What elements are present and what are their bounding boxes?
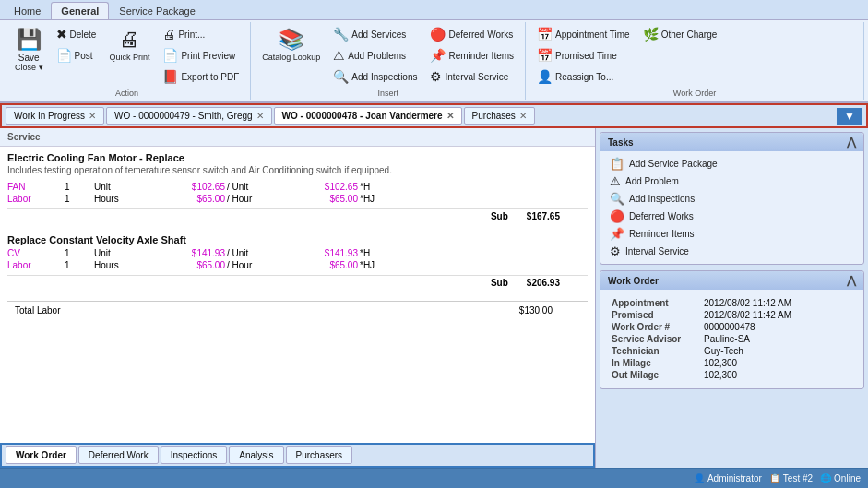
tasks-header-label: Tasks <box>608 137 634 148</box>
doc-tabs-row: Work In Progress ✕ WO - 0000000479 - Smi… <box>0 103 868 128</box>
wo-row-appointment: Appointment 2012/08/02 11:42 AM <box>612 297 852 309</box>
save-icon: 💾 <box>17 28 42 52</box>
bottom-tab-deferred[interactable]: Deferred Work <box>78 446 159 464</box>
uprice-labor1: $65.00 <box>151 194 225 204</box>
total-cv: $141.93 <box>284 248 358 258</box>
wo-value-promised: 2012/08/02 11:42 AM <box>704 310 791 320</box>
subtotal-2-value: $206.93 <box>527 278 560 288</box>
interval-service-button[interactable]: ⚙ Interval Service <box>424 66 519 87</box>
doc-tabs-dropdown-button[interactable]: ▼ <box>837 108 862 125</box>
print-preview-button[interactable]: 📄 Print Preview <box>157 45 244 65</box>
flag-cv: *H <box>360 248 387 258</box>
save-close-button[interactable]: 💾 Save Close ▾ <box>9 24 49 76</box>
quick-print-button[interactable]: 🖨 Quick Print <box>103 24 155 65</box>
task-interval-service[interactable]: ⚙ Interval Service <box>606 243 858 260</box>
wo-row-tech: Technician Guy-Tech <box>612 345 852 357</box>
wo-label-appointment: Appointment <box>612 298 704 308</box>
tab-general[interactable]: General <box>51 2 109 19</box>
reminder-items-button[interactable]: 📌 Reminder Items <box>424 45 519 65</box>
workorder-collapse-button[interactable]: ⋀ <box>847 274 856 287</box>
total-fan: $102.65 <box>284 182 358 192</box>
main-area: Service Electric Cooling Fan Motor - Rep… <box>0 128 868 468</box>
qty-labor1: 1 <box>65 194 92 204</box>
post-icon: 📄 <box>56 48 72 63</box>
doc-tab-purchases[interactable]: Purchases ✕ <box>464 107 535 125</box>
ribbon-tabs: Home General Service Package <box>0 0 868 20</box>
doc-tab-wip[interactable]: Work In Progress ✕ <box>6 107 104 125</box>
deferred-works-button[interactable]: 🔴 Deferred Works <box>424 24 519 44</box>
wo-label-tech: Technician <box>612 346 704 356</box>
service-2-subtotal: Sub $206.93 <box>7 275 588 290</box>
total-labor-row: Total Labor $130.00 <box>7 301 588 319</box>
other-charge-button[interactable]: 🌿 Other Charge <box>637 24 723 44</box>
task-deferred-works[interactable]: 🔴 Deferred Works <box>606 208 858 225</box>
service-header: Service <box>0 128 595 147</box>
bottom-tab-purchasers[interactable]: Purchasers <box>286 446 353 464</box>
flag-labor1: *HJ <box>360 194 387 204</box>
wo-label-promised: Promised <box>612 310 704 320</box>
print-button[interactable]: 🖨 Print... <box>157 24 244 44</box>
part-labor2: Labor <box>7 260 63 270</box>
appointment-icon: 📅 <box>537 27 553 42</box>
per-fan: / Unit <box>227 182 282 192</box>
add-problems-button[interactable]: ⚠ Add Problems <box>327 45 422 65</box>
unit-fan: Unit <box>94 182 149 192</box>
task-add-inspections[interactable]: 🔍 Add Inspections <box>606 190 858 208</box>
add-inspections-button[interactable]: 🔍 Add Inspections <box>327 66 422 87</box>
bottom-tab-inspections[interactable]: Inspections <box>161 446 228 464</box>
wo-label-number: Work Order # <box>612 322 704 332</box>
wo-row-inmilage: In Milage 102,300 <box>612 357 852 369</box>
task-deferred-icon: 🔴 <box>610 209 624 223</box>
wo-value-number: 0000000478 <box>704 322 755 332</box>
task-problem-label: Add Problem <box>625 176 679 186</box>
close-tab-wip[interactable]: ✕ <box>89 111 96 121</box>
delete-button[interactable]: ✖ Delete <box>51 24 102 44</box>
add-services-button[interactable]: 🔧 Add Services <box>327 24 422 44</box>
doc-tab-479[interactable]: WO - 0000000479 - Smith, Gregg ✕ <box>106 107 272 125</box>
service-1-line-2: Labor 1 Hours $65.00 / Hour $65.00 *HJ <box>7 193 588 205</box>
workorder-header-label: Work Order <box>608 276 659 286</box>
tasks-section-content: 📋 Add Service Package ⚠ Add Problem 🔍 Ad… <box>600 151 863 264</box>
close-tab-478[interactable]: ✕ <box>446 111 454 121</box>
ribbon-group-action: 💾 Save Close ▾ ✖ Delete 📄 Post 🖨 Quick P… <box>4 22 251 100</box>
post-button[interactable]: 📄 Post <box>51 45 102 65</box>
export-pdf-button[interactable]: 📕 Export to PDF <box>157 66 244 87</box>
subtotal-1-value: $167.65 <box>527 211 560 221</box>
catalog-lookup-button[interactable]: 📚 Catalog Lookup <box>256 24 326 65</box>
task-inspections-label: Add Inspections <box>629 194 695 204</box>
wo-label-inmilage: In Milage <box>612 358 704 368</box>
wo-value-advisor: Pauline-SA <box>704 334 750 344</box>
tasks-collapse-button[interactable]: ⋀ <box>847 136 856 149</box>
task-service-package-label: Add Service Package <box>629 159 718 169</box>
close-tab-479[interactable]: ✕ <box>256 111 264 121</box>
print-preview-icon: 📄 <box>162 48 178 63</box>
qty-labor2: 1 <box>65 260 92 270</box>
delete-icon: ✖ <box>56 27 67 42</box>
task-inspections-icon: 🔍 <box>610 192 624 206</box>
doc-tab-478[interactable]: WO - 0000000478 - Joan Vandermere ✕ <box>274 107 462 125</box>
wo-row-advisor: Service Advisor Pauline-SA <box>612 333 852 345</box>
insert-right-group: 🔴 Deferred Works 📌 Reminder Items ⚙ Inte… <box>424 24 519 87</box>
task-add-service-package[interactable]: 📋 Add Service Package <box>606 155 858 173</box>
qty-cv: 1 <box>65 248 92 258</box>
insert-group-content: 📚 Catalog Lookup 🔧 Add Services ⚠ Add Pr… <box>256 24 519 87</box>
close-tab-purchases[interactable]: ✕ <box>519 111 527 121</box>
promised-time-button[interactable]: 📅 Promised Time <box>531 45 636 65</box>
add-inspections-icon: 🔍 <box>333 69 349 84</box>
action-group-content: 💾 Save Close ▾ ✖ Delete 📄 Post 🖨 Quick P… <box>9 24 244 87</box>
quick-print-icon: 🖨 <box>119 28 139 52</box>
catalog-icon: 📚 <box>279 28 303 52</box>
tab-home[interactable]: Home <box>4 2 51 19</box>
task-reminder-items[interactable]: 📌 Reminder Items <box>606 225 858 243</box>
service-content: Electric Cooling Fan Motor - Replace Inc… <box>0 147 595 443</box>
bottom-tab-workorder[interactable]: Work Order <box>6 446 77 464</box>
bottom-tabs: Work Order Deferred Work Inspections Ana… <box>0 443 595 468</box>
tab-service-package[interactable]: Service Package <box>109 2 206 19</box>
task-add-problem[interactable]: ⚠ Add Problem <box>606 173 858 190</box>
service-2-line-2: Labor 1 Hours $65.00 / Hour $65.00 *HJ <box>7 259 588 271</box>
appointment-time-button[interactable]: 📅 Appointment Time <box>531 24 636 44</box>
action-group-label: Action <box>9 87 244 98</box>
ribbon-group-insert: 📚 Catalog Lookup 🔧 Add Services ⚠ Add Pr… <box>251 22 526 100</box>
bottom-tab-analysis[interactable]: Analysis <box>229 446 283 464</box>
reassign-to-button[interactable]: 👤 Reassign To... <box>531 66 636 87</box>
